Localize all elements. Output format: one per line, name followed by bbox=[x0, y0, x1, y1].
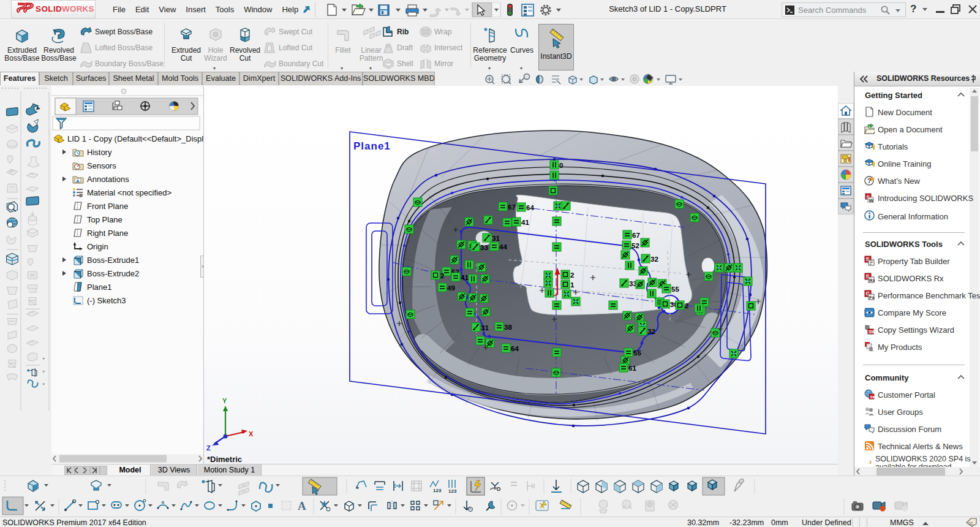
svg-text:64: 64 bbox=[511, 345, 519, 352]
svg-text:33: 33 bbox=[480, 244, 488, 251]
svg-text:32: 32 bbox=[647, 328, 655, 335]
svg-text:123: 123 bbox=[448, 488, 457, 494]
svg-text:Y: Y bbox=[222, 397, 227, 404]
svg-text:X: X bbox=[249, 430, 254, 438]
svg-text:32: 32 bbox=[650, 256, 658, 263]
svg-text:SW: SW bbox=[869, 330, 875, 334]
svg-text:61: 61 bbox=[628, 365, 636, 372]
svg-text:67: 67 bbox=[632, 232, 640, 239]
svg-text:31: 31 bbox=[492, 235, 500, 242]
svg-text:41: 41 bbox=[521, 219, 529, 226]
svg-text:55: 55 bbox=[633, 349, 641, 357]
svg-text:WORKS: WORKS bbox=[62, 4, 94, 13]
svg-text:49: 49 bbox=[447, 284, 455, 292]
svg-text:A: A bbox=[76, 178, 80, 184]
svg-text:55: 55 bbox=[671, 286, 679, 293]
svg-text:123: 123 bbox=[433, 488, 442, 493]
svg-text:2: 2 bbox=[570, 271, 574, 279]
svg-text:Rx: Rx bbox=[869, 278, 875, 283]
svg-text:A: A bbox=[298, 499, 306, 512]
svg-text:41: 41 bbox=[461, 274, 469, 281]
svg-text:44: 44 bbox=[499, 243, 507, 251]
svg-text:0: 0 bbox=[559, 162, 563, 169]
svg-text:2: 2 bbox=[685, 302, 688, 309]
svg-text:SOLID: SOLID bbox=[36, 4, 62, 13]
svg-text:Z: Z bbox=[206, 444, 211, 452]
svg-text:2: 2 bbox=[440, 272, 444, 279]
svg-text:1: 1 bbox=[570, 281, 575, 289]
svg-text:W: W bbox=[869, 198, 874, 203]
svg-text:SW: SW bbox=[870, 395, 875, 399]
svg-text:64: 64 bbox=[526, 204, 534, 211]
svg-text:38: 38 bbox=[504, 324, 512, 331]
svg-text:52: 52 bbox=[631, 242, 639, 249]
svg-text:31: 31 bbox=[481, 324, 489, 332]
svg-text:Fx: Fx bbox=[869, 295, 875, 300]
svg-text:67: 67 bbox=[508, 203, 516, 211]
svg-text:*Dimetric: *Dimetric bbox=[207, 455, 242, 464]
svg-text:Plane1: Plane1 bbox=[353, 140, 391, 152]
